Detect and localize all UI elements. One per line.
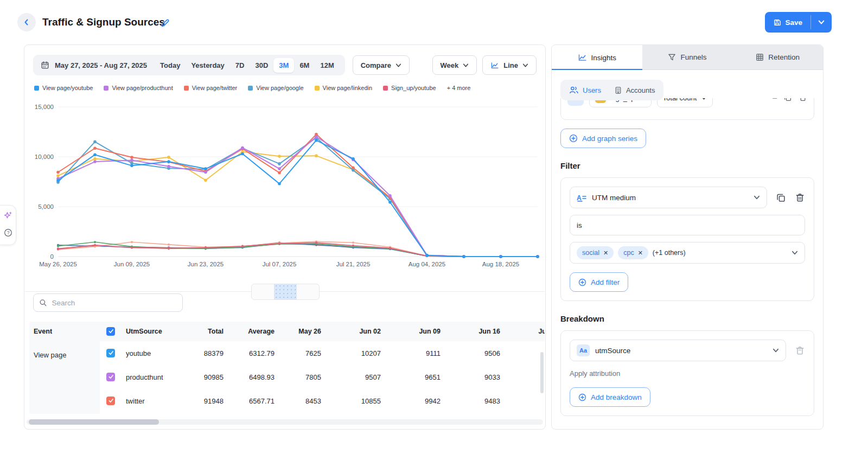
tab-funnels[interactable]: Funnels — [642, 45, 733, 70]
preset-3m[interactable]: 3M — [273, 58, 294, 73]
save-menu-button[interactable] — [811, 12, 832, 33]
filter-chip-cpc[interactable]: cpc✕ — [618, 246, 648, 259]
apply-attribution-link[interactable]: Apply attribution — [570, 369, 805, 378]
table-cell: 90985 — [197, 373, 228, 381]
table-cell: Jun 02 — [326, 328, 385, 335]
delete-series-icon[interactable] — [799, 98, 807, 102]
svg-text:10,000: 10,000 — [35, 154, 54, 160]
row-checkbox-producthunt[interactable] — [106, 373, 115, 381]
table-cell — [100, 327, 122, 336]
chevron-down-icon — [754, 194, 760, 201]
save-icon — [773, 18, 781, 27]
filter-property-dropdown[interactable]: A UTM medium — [570, 187, 767, 208]
filter-values-box[interactable]: social✕cpc✕ (+1 others) — [570, 242, 805, 264]
horizontal-scrollbar-track[interactable] — [27, 419, 543, 425]
tab-insights[interactable]: Insights — [552, 45, 642, 70]
add-filter-button[interactable]: Add filter — [570, 272, 628, 292]
delete-filter-icon[interactable] — [795, 193, 805, 203]
chart-type-dropdown[interactable]: Line — [482, 55, 537, 75]
legend-item[interactable]: View page/google — [248, 85, 303, 91]
table-search — [33, 293, 183, 312]
text-property-icon: A — [577, 194, 586, 202]
series-measure-dropdown[interactable]: Total count — [657, 98, 713, 107]
chip-label: cpc — [623, 249, 634, 257]
preset-yesterday[interactable]: Yesterday — [186, 58, 229, 73]
chart-type-label: Line — [503, 61, 518, 69]
legend-item[interactable]: View page/youtube — [34, 85, 93, 91]
chevron-down-icon — [463, 62, 469, 68]
legend-item[interactable]: View page/linkedin — [315, 85, 373, 91]
ai-sparkle-icon[interactable] — [3, 211, 12, 222]
chart-legend: View page/youtubeView page/producthuntVi… — [34, 85, 470, 91]
preset-30d[interactable]: 30D — [250, 58, 273, 73]
table-cell: 9483 — [445, 397, 505, 405]
filter-chip-social[interactable]: social✕ — [577, 246, 614, 259]
table-inner: EventUtmSourceTotalAverageMay 26Jun 02Ju… — [25, 322, 545, 413]
table-cell: 9942 — [385, 397, 445, 405]
svg-text:?: ? — [7, 230, 9, 235]
tab-retention[interactable]: Retention — [732, 45, 823, 70]
table-cell: 7805 — [279, 373, 326, 381]
table-row: youtube883796312.7976251020791119506 — [29, 341, 545, 365]
save-label: Save — [785, 18, 802, 27]
chevron-down-icon — [818, 19, 825, 25]
save-button[interactable]: Save — [765, 12, 810, 33]
minimap-right-segment[interactable] — [296, 284, 319, 299]
help-icon[interactable]: ? — [4, 228, 12, 239]
vertical-scrollbar[interactable] — [540, 352, 544, 393]
series-row-tools: – — [773, 98, 807, 102]
chip-remove-icon[interactable]: ✕ — [603, 250, 608, 257]
delete-breakdown-icon[interactable] — [795, 346, 805, 356]
tab-label: Retention — [768, 53, 800, 61]
chart-toolbar: May 27, 2025 - Aug 27, 2025 TodayYesterd… — [33, 55, 537, 75]
legend-label: View page/linkedin — [323, 85, 373, 91]
row-checkbox-twitter[interactable] — [106, 397, 115, 405]
legend-swatch — [248, 86, 253, 91]
chevron-down-icon — [522, 62, 528, 68]
filter-operator-input[interactable]: is — [570, 215, 805, 235]
add-graph-series-label: Add graph series — [582, 135, 637, 143]
funnel-icon — [668, 53, 676, 61]
add-breakdown-label: Add breakdown — [591, 393, 642, 401]
entity-option-accounts[interactable]: Accounts — [609, 83, 660, 98]
svg-text:Jun 09, 2025: Jun 09, 2025 — [114, 261, 150, 267]
horizontal-scrollbar-thumb[interactable] — [29, 419, 159, 425]
filter-heading: Filter — [560, 161, 814, 170]
table-cell: 10207 — [326, 349, 385, 357]
legend-more[interactable]: + 4 more — [447, 85, 471, 91]
minimap-left-segment[interactable] — [252, 284, 275, 299]
minimap-range-selector[interactable] — [251, 284, 320, 300]
svg-text:Jun 23, 2025: Jun 23, 2025 — [188, 261, 224, 267]
entity-option-users[interactable]: Users — [564, 82, 607, 98]
row-checkbox-youtube[interactable] — [106, 349, 115, 357]
line-chart: 05,00010,00015,000May 26, 2025Jun 09, 20… — [24, 100, 545, 274]
chip-remove-icon[interactable]: ✕ — [638, 250, 643, 257]
preset-6m[interactable]: 6M — [294, 58, 315, 73]
back-button[interactable] — [17, 13, 36, 31]
legend-item[interactable]: View page/twitter — [184, 85, 238, 91]
date-presets: TodayYesterday7D30D3M6M12M — [155, 58, 340, 73]
add-graph-series-button[interactable]: Add graph series — [560, 129, 646, 148]
preset-today[interactable]: Today — [155, 58, 186, 73]
granularity-dropdown[interactable]: Week — [432, 55, 477, 75]
search-input[interactable] — [52, 299, 177, 307]
add-breakdown-button[interactable]: Add breakdown — [570, 387, 650, 407]
breakdown-property-dropdown[interactable]: Aa utmSource — [570, 340, 786, 361]
preset-12m[interactable]: 12M — [315, 58, 339, 73]
duplicate-series-icon[interactable] — [783, 98, 792, 102]
preset-7d[interactable]: 7D — [230, 58, 250, 73]
edit-title-button[interactable] — [159, 17, 171, 29]
svg-text:A: A — [577, 194, 582, 202]
legend-swatch — [315, 86, 320, 91]
legend-item[interactable]: View page/producthunt — [104, 85, 173, 91]
minimap-selected-range[interactable] — [275, 284, 297, 299]
select-all-checkbox[interactable] — [106, 327, 115, 336]
chevron-left-icon — [22, 18, 31, 27]
compare-button[interactable]: Compare — [353, 55, 410, 75]
legend-item[interactable]: Sign_up/youtube — [383, 85, 436, 91]
series-minimize[interactable]: – — [773, 98, 777, 102]
duplicate-filter-icon[interactable] — [776, 193, 786, 203]
table-cell: 9507 — [326, 373, 385, 381]
table-cell: producthunt — [122, 373, 197, 381]
date-range-value[interactable]: May 27, 2025 - Aug 27, 2025 — [55, 61, 147, 69]
